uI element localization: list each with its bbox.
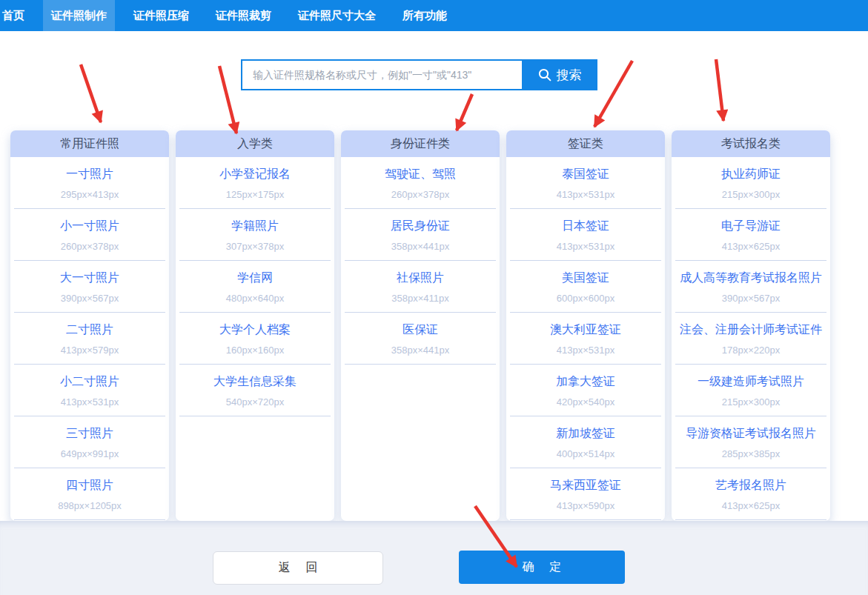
spec-size: 400px×514px <box>510 448 661 459</box>
spec-item[interactable]: 大一寸照片390px×567px <box>14 261 165 313</box>
spec-item[interactable]: 成人高等教育考试报名照片390px×567px <box>675 261 826 313</box>
spec-size: 358px×441px <box>345 241 496 252</box>
spec-size: 413px×579px <box>14 345 165 356</box>
spec-name[interactable]: 驾驶证、驾照 <box>345 167 496 181</box>
nav-tab[interactable]: 所有功能 <box>394 0 455 31</box>
annotation-arrow <box>81 64 101 122</box>
spec-size: 413px×531px <box>510 241 661 252</box>
spec-size: 413px×625px <box>675 500 826 511</box>
spec-item[interactable]: 日本签证413px×531px <box>510 209 661 261</box>
spec-item[interactable]: 社保照片358px×411px <box>345 261 496 313</box>
spec-item[interactable]: 大学个人档案160px×160px <box>179 313 331 365</box>
spec-item[interactable]: 小二寸照片413px×531px <box>14 365 165 416</box>
spec-size: 540px×720px <box>179 396 331 408</box>
spec-item[interactable]: 泰国签证413px×531px <box>510 157 661 209</box>
spec-item[interactable]: 小学登记报名125px×175px <box>179 157 331 209</box>
spec-item[interactable]: 医保证358px×441px <box>345 313 496 365</box>
spec-name[interactable]: 小学登记报名 <box>179 167 331 181</box>
categories: 常用证件照一寸照片295px×413px小一寸照片260px×378px大一寸照… <box>10 130 830 521</box>
spec-name[interactable]: 一寸照片 <box>14 167 165 181</box>
spec-name[interactable]: 马来西亚签证 <box>510 479 661 492</box>
category-header: 入学类 <box>176 130 334 157</box>
spec-size: 480px×640px <box>179 293 331 304</box>
confirm-button[interactable]: 确 定 <box>459 551 625 584</box>
spec-item[interactable]: 注会、注册会计师考试证件178px×220px <box>675 313 826 365</box>
annotation-arrow <box>594 61 632 127</box>
spec-item[interactable]: 加拿大签证420px×540px <box>510 365 661 416</box>
spec-name[interactable]: 美国签证 <box>510 271 661 285</box>
spec-size: 125px×175px <box>179 189 331 200</box>
spec-name[interactable]: 艺考报名照片 <box>675 479 826 492</box>
spec-size: 420px×540px <box>510 396 661 408</box>
spec-name[interactable]: 学信网 <box>179 271 331 285</box>
spec-item[interactable]: 执业药师证215px×300px <box>675 157 826 209</box>
nav-tab[interactable]: 首页 <box>0 0 33 31</box>
spec-name[interactable]: 泰国签证 <box>510 167 661 181</box>
spec-item[interactable]: 居民身份证358px×441px <box>345 209 496 261</box>
spec-item[interactable]: 澳大利亚签证413px×531px <box>510 313 661 365</box>
nav-tab[interactable]: 证件照裁剪 <box>208 0 279 31</box>
spec-name[interactable]: 澳大利亚签证 <box>510 323 661 336</box>
spec-name[interactable]: 三寸照片 <box>14 427 165 440</box>
spec-item[interactable]: 新加坡签证400px×514px <box>510 416 661 468</box>
spec-item[interactable]: 二寸照片413px×579px <box>14 313 165 365</box>
spec-item[interactable]: 电子导游证413px×625px <box>675 209 826 261</box>
spec-item[interactable]: 马来西亚签证413px×590px <box>510 468 661 520</box>
spec-size: 390px×567px <box>675 293 826 304</box>
annotation-arrow <box>457 94 472 130</box>
spec-item[interactable]: 四寸照片898px×1205px <box>14 468 165 520</box>
bottom-bar <box>0 521 868 595</box>
spec-item[interactable]: 学信网480px×640px <box>179 261 331 313</box>
search-button[interactable]: 搜索 <box>522 59 597 90</box>
spec-item[interactable]: 艺考报名照片413px×625px <box>675 468 826 520</box>
spec-item[interactable]: 学籍照片307px×378px <box>179 209 331 261</box>
search-bar: 搜索 <box>241 59 597 90</box>
spec-name[interactable]: 医保证 <box>345 323 496 336</box>
spec-item[interactable]: 驾驶证、驾照260px×378px <box>345 157 496 209</box>
spec-size: 413px×625px <box>675 241 826 252</box>
spec-name[interactable]: 居民身份证 <box>345 219 496 233</box>
nav-tab[interactable]: 证件照尺寸大全 <box>290 0 384 31</box>
spec-size: 285px×385px <box>675 448 826 459</box>
spec-name[interactable]: 大一寸照片 <box>14 271 165 285</box>
spec-item[interactable]: 美国签证600px×600px <box>510 261 661 313</box>
search-button-label: 搜索 <box>557 67 582 84</box>
spec-item[interactable]: 大学生信息采集540px×720px <box>179 365 331 416</box>
spec-name[interactable]: 加拿大签证 <box>510 375 661 388</box>
spec-name[interactable]: 导游资格证考试报名照片 <box>675 427 826 440</box>
nav-tab[interactable]: 证件照压缩 <box>125 0 197 31</box>
spec-size: 898px×1205px <box>14 500 165 511</box>
spec-name[interactable]: 新加坡签证 <box>510 427 661 440</box>
category-card: 常用证件照一寸照片295px×413px小一寸照片260px×378px大一寸照… <box>10 130 169 521</box>
nav-tab[interactable]: 证件照制作 <box>43 0 115 31</box>
spec-size: 390px×567px <box>14 293 165 304</box>
spec-name[interactable]: 学籍照片 <box>179 219 331 233</box>
spec-name[interactable]: 小一寸照片 <box>14 219 165 233</box>
spec-size: 413px×531px <box>510 189 661 200</box>
spec-name[interactable]: 大学生信息采集 <box>179 375 331 388</box>
spec-name[interactable]: 一级建造师考试照片 <box>675 375 826 388</box>
spec-name[interactable]: 电子导游证 <box>675 219 826 233</box>
spec-name[interactable]: 执业药师证 <box>675 167 826 181</box>
spec-size: 649px×991px <box>14 448 165 459</box>
spec-size: 358px×411px <box>345 293 496 304</box>
spec-name[interactable]: 日本签证 <box>510 219 661 233</box>
spec-name[interactable]: 二寸照片 <box>14 323 165 336</box>
spec-item[interactable]: 三寸照片649px×991px <box>14 416 165 468</box>
spec-size: 215px×300px <box>675 396 826 408</box>
back-button[interactable]: 返 回 <box>213 551 383 585</box>
spec-item[interactable]: 小一寸照片260px×378px <box>14 209 165 261</box>
spec-name[interactable]: 注会、注册会计师考试证件 <box>675 323 826 336</box>
spec-item[interactable]: 一寸照片295px×413px <box>14 157 165 209</box>
spec-name[interactable]: 四寸照片 <box>14 479 165 492</box>
spec-item[interactable]: 导游资格证考试报名照片285px×385px <box>675 416 826 468</box>
annotation-arrow <box>219 66 236 133</box>
spec-name[interactable]: 大学个人档案 <box>179 323 331 336</box>
search-input[interactable] <box>241 59 522 90</box>
spec-item[interactable]: 一级建造师考试照片215px×300px <box>675 365 826 416</box>
spec-name[interactable]: 小二寸照片 <box>14 375 165 388</box>
spec-size: 413px×590px <box>510 500 661 511</box>
spec-size: 413px×531px <box>510 345 661 356</box>
spec-name[interactable]: 社保照片 <box>345 271 496 285</box>
spec-name[interactable]: 成人高等教育考试报名照片 <box>675 271 826 285</box>
